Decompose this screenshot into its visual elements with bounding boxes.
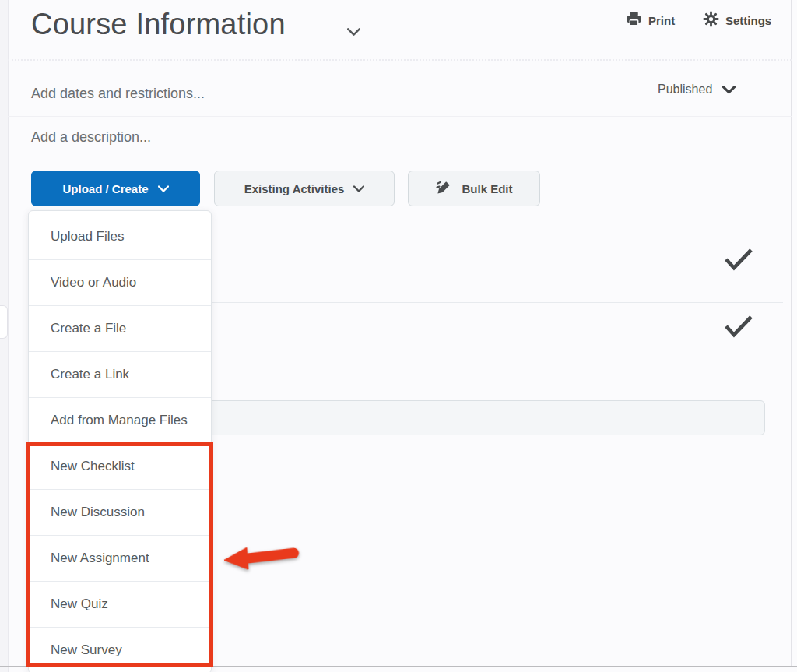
add-dates-restrictions-link[interactable]: Add dates and restrictions... xyxy=(31,86,205,102)
print-button[interactable]: Print xyxy=(626,11,675,30)
add-description-link[interactable]: Add a description... xyxy=(31,129,151,146)
annotation-arrow-left-icon xyxy=(222,540,302,579)
course-content-page: Course Information Print xyxy=(0,0,797,672)
menu-item-new-survey[interactable]: New Survey xyxy=(29,627,211,672)
upload-create-button[interactable]: Upload / Create xyxy=(31,171,200,206)
printer-icon xyxy=(626,11,642,30)
bulk-edit-label: Bulk Edit xyxy=(462,182,512,195)
menu-item-create-a-file[interactable]: Create a File xyxy=(29,305,211,351)
menu-item-new-quiz[interactable]: New Quiz xyxy=(29,581,211,627)
chevron-down-icon xyxy=(347,28,360,36)
settings-button[interactable]: Settings xyxy=(703,11,771,30)
pencil-icon xyxy=(435,179,452,199)
menu-item-new-discussion[interactable]: New Discussion xyxy=(29,489,211,535)
bulk-edit-button[interactable]: Bulk Edit xyxy=(408,171,540,206)
chevron-down-icon xyxy=(353,185,364,192)
right-edge-line xyxy=(791,0,792,666)
chevron-down-icon xyxy=(722,86,736,94)
checkmark-icon xyxy=(724,315,753,338)
upload-create-menu: Upload Files Video or Audio Create a Fil… xyxy=(28,210,212,672)
upload-create-label: Upload / Create xyxy=(62,182,148,195)
gear-icon xyxy=(703,11,719,30)
page-title: Course Information xyxy=(31,8,286,41)
meta-divider xyxy=(8,116,792,117)
existing-activities-button[interactable]: Existing Activities xyxy=(214,171,395,206)
menu-item-upload-files[interactable]: Upload Files xyxy=(29,214,211,259)
title-actions-chevron[interactable] xyxy=(347,25,360,39)
menu-item-new-assignment[interactable]: New Assignment xyxy=(29,535,211,581)
menu-item-create-a-link[interactable]: Create a Link xyxy=(29,351,211,397)
chevron-down-icon xyxy=(158,185,169,192)
header-divider xyxy=(8,59,792,61)
menu-item-new-checklist[interactable]: New Checklist xyxy=(29,443,211,489)
publish-status-selector[interactable]: Published xyxy=(658,83,736,97)
menu-item-add-from-manage-files[interactable]: Add from Manage Files xyxy=(29,397,211,443)
checkmark-icon xyxy=(724,248,753,271)
print-label: Print xyxy=(648,14,675,27)
nav-slideout-handle[interactable] xyxy=(0,305,8,339)
menu-item-video-or-audio[interactable]: Video or Audio xyxy=(29,259,211,305)
publish-status-label: Published xyxy=(658,83,712,97)
existing-activities-label: Existing Activities xyxy=(244,182,345,195)
settings-label: Settings xyxy=(725,14,771,27)
